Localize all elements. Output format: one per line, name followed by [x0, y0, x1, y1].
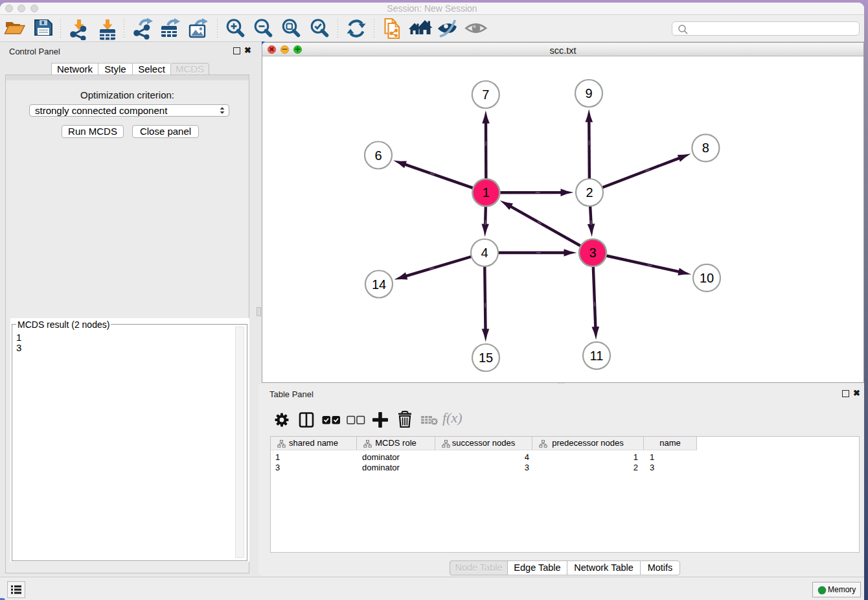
- svg-text:3: 3: [589, 246, 596, 260]
- svg-text:14: 14: [372, 277, 386, 292]
- svg-text:9: 9: [585, 86, 592, 100]
- svg-text:15: 15: [479, 351, 493, 365]
- svg-text:1: 1: [483, 185, 490, 200]
- svg-text:6: 6: [374, 148, 382, 163]
- svg-text:11: 11: [590, 349, 604, 363]
- svg-text:7: 7: [482, 87, 489, 102]
- svg-text:8: 8: [702, 141, 709, 155]
- svg-text:4: 4: [481, 246, 488, 260]
- svg-text:2: 2: [586, 185, 593, 200]
- svg-text:10: 10: [700, 271, 714, 285]
